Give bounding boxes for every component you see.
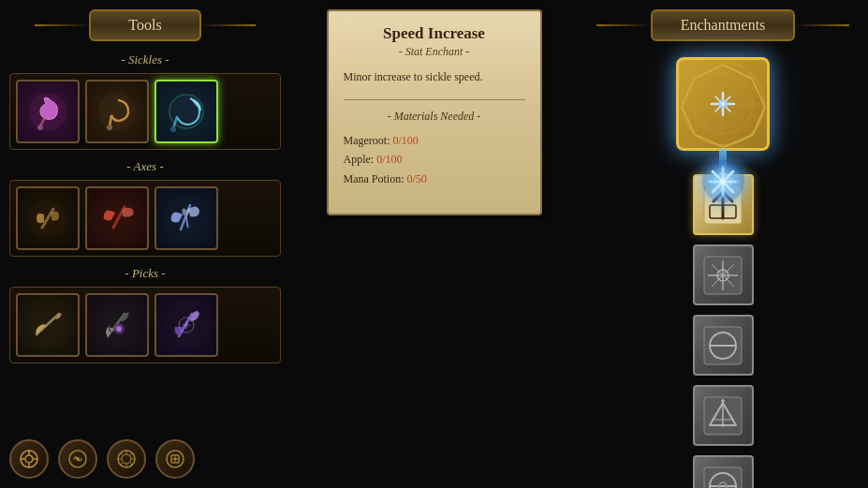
enchant-slots-list — [587, 174, 859, 488]
enchantments-title: Enchantments — [651, 9, 796, 41]
enchant-info-panel: Speed Increase - Stat Enchant - Minor in… — [290, 0, 578, 488]
enchant-subtitle: - Stat Enchant - — [344, 45, 525, 59]
svg-point-25 — [720, 179, 726, 185]
materials-header: - Materials Needed - — [344, 110, 525, 124]
snowflake-icon — [702, 160, 744, 202]
svg-point-28 — [708, 180, 711, 183]
sickle-item-1[interactable] — [16, 80, 80, 143]
svg-point-51 — [25, 455, 33, 463]
enchant-slot-5[interactable] — [693, 455, 754, 488]
divider — [344, 99, 525, 100]
pick-item-3[interactable] — [154, 293, 218, 357]
enchantments-header: Enchantments — [651, 9, 796, 41]
svg-point-2 — [98, 93, 136, 130]
axes-label: - Axes - — [9, 159, 281, 174]
picks-label: - Picks - — [9, 266, 281, 281]
axe-item-2[interactable] — [85, 186, 149, 250]
axe-item-3[interactable] — [154, 186, 218, 250]
tools-header: Tools — [9, 9, 281, 41]
pick-item-2[interactable] — [85, 293, 149, 357]
toolbar-btn-3[interactable] — [107, 439, 146, 479]
pick-item-1[interactable] — [16, 293, 80, 357]
enchant-slot-4[interactable] — [693, 385, 754, 446]
enchantments-panel: Enchantments — [578, 0, 868, 488]
material-apple: Apple: 0/100 — [344, 150, 525, 169]
svg-point-27 — [722, 194, 725, 197]
svg-point-29 — [736, 180, 739, 183]
sickle-item-3[interactable] — [154, 80, 218, 143]
svg-point-13 — [116, 326, 122, 332]
toolbar-btn-2[interactable] — [58, 439, 97, 479]
material-mageroot: Mageroot: 0/100 — [344, 131, 525, 150]
sickle-item-2[interactable] — [85, 80, 149, 143]
toolbar-btn-4[interactable] — [155, 439, 195, 479]
svg-point-1 — [37, 125, 43, 130]
main-layout: Tools - Sickles - — [0, 0, 868, 488]
enchant-slot-3[interactable] — [693, 315, 754, 376]
featured-enchant-container — [676, 57, 770, 151]
featured-enchant-bg[interactable] — [676, 57, 770, 151]
axes-row — [9, 180, 281, 257]
sickles-row — [9, 73, 281, 150]
axe-item-1[interactable] — [16, 186, 80, 250]
enchant-description: Minor increase to sickle speed. — [344, 68, 525, 85]
web-decoration-svg — [679, 60, 767, 148]
sickles-label: - Sickles - — [9, 52, 281, 67]
material-mana-potion: Mana Potion: 0/50 — [344, 170, 525, 188]
toolbar-btn-1[interactable] — [9, 439, 49, 479]
svg-point-53 — [76, 457, 80, 461]
svg-point-24 — [721, 102, 725, 106]
picks-row — [9, 287, 281, 363]
enchant-title: Speed Increase — [344, 24, 525, 43]
tools-title: Tools — [89, 9, 201, 41]
svg-point-5 — [170, 126, 176, 132]
bottom-toolbar — [9, 439, 195, 479]
svg-point-26 — [722, 166, 725, 169]
svg-point-3 — [107, 125, 112, 130]
tools-panel: Tools - Sickles - — [0, 0, 290, 488]
enchant-slot-2[interactable] — [693, 244, 754, 305]
enchant-card: Speed Increase - Stat Enchant - Minor in… — [327, 9, 542, 215]
